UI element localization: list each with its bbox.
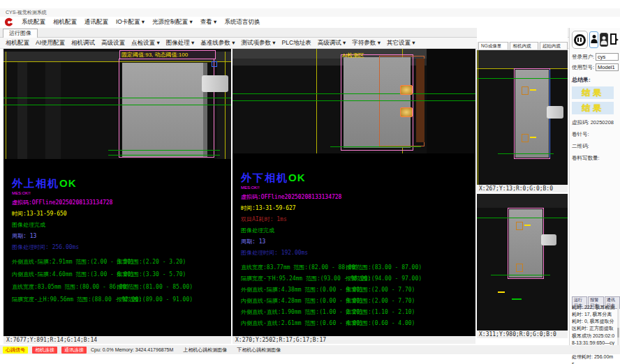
user-login-button[interactable] xyxy=(589,31,598,48)
results-upper-outer: 外上相机OK MES:OK!! 虚拟码:OFFline2025020813313… xyxy=(3,159,231,308)
marker-rect xyxy=(522,86,529,95)
tool-advanced-debug[interactable]: 高级调试 ▾ xyxy=(318,39,346,47)
menu-bar: 系统配置 相机配置 通讯配置 IO卡配置 ▾ 光源控制配置 ▾ 查看 ▾ 系统语… xyxy=(0,17,620,28)
camera-view-upper-outer[interactable]: 固定阈值:93, 动态阈值:100 xyxy=(3,49,231,159)
tool-plc-address[interactable]: PLC地址表 xyxy=(282,39,311,47)
roi-rect xyxy=(508,208,544,279)
measure-line xyxy=(232,93,475,94)
alarm-range: 报警范围:(89.00 - 91.00) xyxy=(117,296,193,303)
tool-spot-check[interactable]: 点检设置 ▾ xyxy=(131,39,160,47)
machine-band xyxy=(477,50,568,68)
pause-icon xyxy=(574,34,586,46)
connector-part xyxy=(547,106,563,119)
roi-rect xyxy=(514,68,550,159)
cpu-memory-status: Cpu: 0.0% Memory: 3424.41796875M xyxy=(91,347,173,352)
cycle-line: 周期: 13 xyxy=(12,232,231,240)
pause-button[interactable] xyxy=(572,31,588,49)
threshold-overlay: 固定阈值:93, 动态阈值:100 xyxy=(119,50,216,59)
camera-panel-upper-outer: 固定阈值:93, 动态阈值:100 外上相机OK MES:OK!! 虚拟码:OF… xyxy=(3,49,231,344)
preview-column: NG成像显示 相机内观图 起始内观图 X:267;Y:13;R:0;G:0;B:… xyxy=(477,28,568,345)
measurement-row: 外侧直线-隔膜:4.38mm 范围:(0.00 - 9.00)报警范围:(2.0… xyxy=(241,286,475,294)
user-switch-button[interactable] xyxy=(600,33,608,47)
results-lower-outer: 外下相机OK MES:OK!! 虚拟码:OFFline2025020813313… xyxy=(232,153,475,331)
upper-camera-heartbeat-link[interactable]: 上相机心跳检测图像 xyxy=(183,347,227,354)
measure-line xyxy=(330,146,421,147)
overlay-mark xyxy=(524,225,531,226)
camera-name: 外上相机 xyxy=(12,177,59,189)
measurement-value: 直线宽度:83.77mm 范围:(82.00 - 88.00) xyxy=(241,264,346,271)
measurement-row: 内侧直线-隔膜:4.60mm 范围:(3.00 - 6.00)报警范围:(3.3… xyxy=(12,271,231,278)
ai-region-label: AI检测区 xyxy=(342,52,364,59)
tool-camera-debug[interactable]: 相机调试 xyxy=(71,39,95,47)
tool-baseline-params[interactable]: 基准线参数 ▾ xyxy=(200,39,235,47)
pixel-coords-preview-top: X:267;Y:13;R:0;G:0;B:0 xyxy=(477,185,568,192)
menu-language-switch[interactable]: 系统语言切换 xyxy=(224,18,260,26)
cycle-line: 周期: 13 xyxy=(241,238,475,245)
overlay-mark xyxy=(530,89,536,91)
log-scrollbar[interactable] xyxy=(617,304,619,346)
measurement-row: 内侧直线-隔膜:4.28mm 范围:(0.00 - 9.00)报警范围:(2.0… xyxy=(241,297,475,305)
tool-char-params[interactable]: 字符参数 ▾ xyxy=(352,39,381,47)
camera-status: OK xyxy=(288,172,306,183)
menu-camera-config[interactable]: 相机配置 xyxy=(53,18,77,26)
preview-tab-camera-inner[interactable]: 相机内观图 xyxy=(510,42,538,50)
measurement-row: 外侧直线-直线:1.90mm 范围:(1.00 - 2.20)报警范围:(1.1… xyxy=(241,308,475,316)
alarm-range: 报警范围:(1.10 - 2.10) xyxy=(346,308,415,316)
tool-advanced-settings[interactable]: 高级设置 xyxy=(101,39,125,47)
log-output: 耗时: 222, 极耳检测耗时: 17, 极耳分离耗时: 0, 极耳提取分区耗时… xyxy=(572,304,615,364)
pixel-coords-upper-outer: X:7677;Y:891;R:14;G:14;B:14 xyxy=(3,336,231,344)
exit-button[interactable] xyxy=(610,33,619,47)
tool-test-params[interactable]: 测试项参数 ▾ xyxy=(241,39,275,47)
log-scrollbar-thumb[interactable] xyxy=(617,328,619,338)
overlay-mark xyxy=(512,298,522,300)
person-icon-body xyxy=(601,40,607,45)
tool-image-processing[interactable]: 图像处理 ▾ xyxy=(166,39,195,47)
control-sidebar: 登录用户: cys 使用型号: Model1 总结果: 结果 结果 虚拟码: 2… xyxy=(569,28,620,345)
measurement-value: 外侧直线-隔膜:4.38mm 范围:(0.00 - 9.00) xyxy=(241,286,346,294)
person-icon xyxy=(603,36,606,40)
ai-time-line: 双目AI耗时: 1ms xyxy=(241,215,475,223)
weld-spot xyxy=(400,107,413,117)
login-user-label: 登录用户: xyxy=(572,54,594,61)
heartbeat-status-badge: 心跳信号 xyxy=(3,347,28,354)
preview-view-top[interactable] xyxy=(477,50,568,185)
process-done-line: 图像处理完成 xyxy=(12,221,231,229)
camera-result-title: 外上相机OK xyxy=(12,177,231,190)
measurement-value: 外侧直线-直线:1.90mm 范围:(1.00 - 2.20) xyxy=(241,308,346,316)
measurement-row: 直线宽度:83.05mm 范围:(80.00 - 86.00)报警范围:(81.… xyxy=(12,283,231,291)
mes-line: MES:OK!! xyxy=(241,185,475,190)
time-line: 时间:13-31-59-627 xyxy=(241,204,475,212)
measurement-row: 隔膜宽度-上H:90.56mm 范围:(88.00 - 92.00)报警范围:(… xyxy=(12,296,231,303)
tool-other-settings[interactable]: 其它设置 ▾ xyxy=(387,39,415,47)
machine-dark-block xyxy=(427,49,475,153)
model-input[interactable]: Model1 xyxy=(596,63,619,71)
preview-tab-ng-display[interactable]: NG成像显示 xyxy=(478,42,508,50)
measurement-value: 隔膜宽度-上H:90.56mm 范围:(88.00 - 92.00) xyxy=(12,296,117,303)
camera-view-lower-outer[interactable]: AI检测区 xyxy=(232,49,475,153)
camera-result-title: 外下相机OK xyxy=(241,172,475,185)
lower-camera-heartbeat-link[interactable]: 下相机心跳检测图像 xyxy=(237,347,281,354)
measurement-list: 直线宽度:83.77mm 范围:(82.00 - 88.00)报警范围:(83.… xyxy=(241,264,475,327)
menu-io-config[interactable]: IO卡配置 ▾ xyxy=(116,18,145,26)
tool-ai-config[interactable]: AI使用配置 xyxy=(36,39,65,47)
menu-light-config[interactable]: 光源控制配置 ▾ xyxy=(152,18,193,26)
tab-run-image[interactable]: 运行图像 xyxy=(3,29,38,38)
preview-view-bottom[interactable] xyxy=(477,194,568,331)
alarm-range: 报警范围:(83.00 - 87.00) xyxy=(346,264,422,271)
total-result-label: 总结果: xyxy=(572,76,619,84)
measure-line xyxy=(3,105,231,105)
alarm-range: 报警范围:(94.00 - 97.00) xyxy=(346,275,422,282)
preview-tab-start-inner[interactable]: 起始内观图 xyxy=(540,42,568,50)
person-icon xyxy=(592,35,596,38)
connector-part xyxy=(202,75,228,92)
menu-system-config[interactable]: 系统配置 xyxy=(22,18,45,26)
login-user-input[interactable]: cys xyxy=(596,53,619,61)
tool-camera-config[interactable]: 相机配置 xyxy=(6,39,29,47)
time-line: 时间:13-31-59-650 xyxy=(12,210,231,218)
measurement-row: 直线宽度:83.77mm 范围:(82.00 - 88.00)报警范围:(83.… xyxy=(241,264,475,271)
model-row: 使用型号: Model1 xyxy=(572,63,619,71)
exit-arrow-icon xyxy=(615,38,619,42)
menu-view[interactable]: 查看 ▾ xyxy=(200,18,217,26)
menu-comm-config[interactable]: 通讯配置 xyxy=(84,18,108,26)
material-count-field: 卷料写数量: xyxy=(572,155,619,162)
